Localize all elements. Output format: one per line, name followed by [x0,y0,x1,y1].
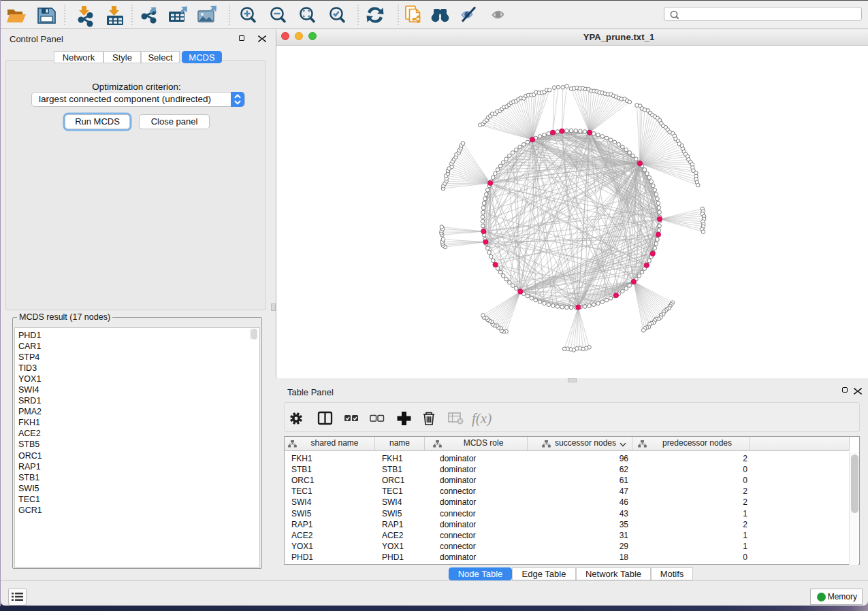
svg-text:f(x): f(x) [472,410,492,427]
